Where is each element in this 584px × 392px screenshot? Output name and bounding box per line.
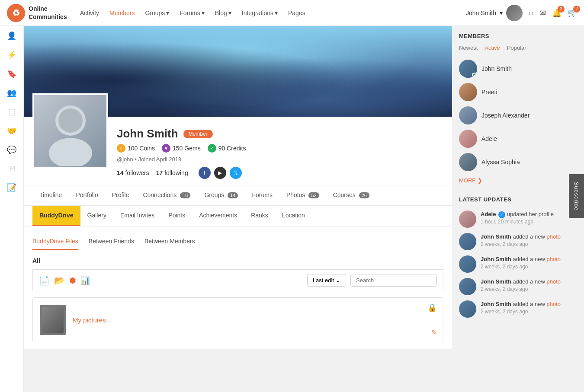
drive-grid-icon[interactable]: ⬢ [69, 276, 76, 285]
subtab-ranks[interactable]: Ranks [244, 206, 275, 226]
gems-stat: ♥ 150 Gems [162, 144, 201, 153]
content-area: John Smith Member ○ 100 Coins ♥ 150 Gems [24, 26, 452, 392]
social-icons: f ▶ 𝕏 [199, 167, 242, 179]
member-name-preeti: Preeti [481, 89, 497, 96]
member-item-joseph[interactable]: Joseph Alexander [459, 104, 562, 127]
member-avatar-adele [459, 130, 477, 148]
sidebar-icon-user-plus[interactable]: 🤝 [7, 126, 16, 136]
subtab-gallery[interactable]: Gallery [80, 206, 113, 226]
member-item-preeti[interactable]: Preeti [459, 80, 562, 104]
drive-tab-members[interactable]: Between Members [144, 233, 195, 250]
profile-avatar-container [32, 93, 108, 169]
drive-toolbar: 📄 📂 ⬢ 📊 Last edit ⌄ [32, 269, 443, 291]
cart-icon[interactable]: 🛒 2 [568, 8, 577, 18]
subtab-location[interactable]: Location [275, 206, 312, 226]
more-link[interactable]: MORE ❯ [459, 177, 562, 184]
drive-all-label: All [32, 257, 443, 264]
drive-sort-button[interactable]: Last edit ⌄ [307, 274, 346, 287]
subtab-achievements[interactable]: Achievements [192, 206, 244, 226]
nav-members[interactable]: Members [109, 10, 135, 16]
update-item-john-4: John Smith added a new photo 2 weeks, 2 … [459, 298, 562, 320]
member-item-alyssa[interactable]: Alyssa Sophia [459, 150, 562, 174]
edit-icon[interactable]: ✎ [431, 328, 437, 337]
sidebar-icon-bookmark[interactable]: 🔖 [7, 69, 16, 79]
subtab-email-invites[interactable]: Email Invites [113, 206, 161, 226]
nav-pages[interactable]: Pages [288, 10, 305, 16]
sidebar-icon-chat-alt[interactable]: 📝 [7, 183, 16, 192]
drive-file-tabs: BuddyDrive Files Between Friends Between… [32, 233, 443, 250]
tab-forums[interactable]: Forums [245, 185, 279, 205]
file-name: My pictures [73, 316, 106, 324]
user-section[interactable]: John Smith ▾ [466, 5, 523, 21]
member-item-john[interactable]: John Smith [459, 57, 562, 80]
tab-groups[interactable]: Groups 14 [197, 185, 245, 205]
cart-badge: 2 [573, 6, 580, 13]
sidebar-icon-monitor[interactable]: 🖥 [8, 164, 16, 173]
subtab-buddydrive[interactable]: BuddyDrive [32, 206, 80, 226]
facebook-icon[interactable]: f [199, 167, 211, 179]
photos-badge: 52 [308, 192, 319, 198]
nav-activity[interactable]: Activity [80, 10, 99, 16]
notifications-badge: 2 [558, 6, 565, 13]
logo-area[interactable]: ♻ OnlineCommunities [7, 4, 67, 22]
verified-badge: ✓ [498, 211, 505, 218]
tab-connections[interactable]: Connections 16 [136, 185, 197, 205]
tab-timeline[interactable]: Timeline [32, 185, 69, 205]
courses-badge: 26 [359, 192, 369, 198]
drive-upload-icon[interactable]: 📄 [39, 275, 50, 286]
user-name: John Smith [466, 10, 496, 16]
search-icon[interactable]: ⌕ [529, 8, 533, 17]
update-avatar-adele [459, 210, 476, 228]
sub-tabs: BuddyDrive Gallery Email Invites Points … [24, 206, 452, 226]
svg-point-1 [49, 138, 92, 166]
update-time-2: 2 weeks, 2 days ago [481, 263, 561, 271]
drive-search-input[interactable] [350, 274, 437, 287]
subscribe-button[interactable]: Subscribe [569, 174, 584, 218]
brand-name: OnlineCommunities [29, 5, 67, 20]
members-section-title: MEMBERS [459, 33, 562, 39]
tab-photos[interactable]: Photos 52 [279, 185, 326, 205]
member-item-adele[interactable]: Adele [459, 127, 562, 150]
nav-forums[interactable]: Forums ▾ [180, 10, 204, 16]
sidebar-icon-layout[interactable]: ⬚ [8, 107, 16, 117]
notifications-icon[interactable]: 🔔 2 [552, 8, 562, 18]
profile-avatar [32, 93, 108, 169]
twitter-icon[interactable]: 𝕏 [230, 167, 242, 179]
tab-profile[interactable]: Profile [105, 185, 136, 205]
messages-icon[interactable]: ✉ [539, 8, 546, 18]
user-avatar [506, 5, 523, 21]
file-icon [40, 305, 66, 335]
followers-count: 14 followers [117, 169, 149, 176]
member-avatar-joseph [459, 106, 477, 124]
tab-courses[interactable]: Courses 26 [326, 185, 376, 205]
left-sidebar: 👤 ⚡ 🔖 👥 ⬚ 🤝 💬 🖥 📝 🚹 [0, 26, 24, 392]
member-name-joseph: Joseph Alexander [481, 112, 529, 119]
nav-blog[interactable]: Blog ▾ [215, 10, 231, 16]
dropdown-icon: ▾ [500, 10, 503, 16]
drive-chart-icon[interactable]: 📊 [80, 276, 90, 285]
sidebar-icon-person[interactable]: 👤 [7, 31, 16, 41]
profile-tabs: Timeline Portfolio Profile Connections 1… [24, 185, 452, 206]
nav-links: Activity Members Groups ▾ Forums ▾ Blog … [80, 10, 466, 16]
members-tab-active[interactable]: Active [485, 45, 500, 51]
drive-folder-icon[interactable]: 📂 [54, 275, 65, 286]
tab-portfolio[interactable]: Portfolio [69, 185, 105, 205]
members-tab-popular[interactable]: Popular [507, 45, 526, 51]
member-avatar-preeti [459, 83, 477, 101]
members-tab-newest[interactable]: Newest [459, 45, 478, 51]
nav-groups[interactable]: Groups ▾ [145, 10, 169, 16]
subtab-points[interactable]: Points [161, 206, 192, 226]
drive-tab-friends[interactable]: Between Friends [89, 233, 134, 250]
youtube-icon[interactable]: ▶ [214, 167, 226, 179]
updates-section-title: LATEST UPDATES [459, 196, 562, 203]
drive-tab-files[interactable]: BuddyDrive Files [32, 233, 78, 250]
nav-integrations[interactable]: Integrations ▾ [242, 10, 278, 16]
credits-stat: ✓ 90 Credits [208, 144, 246, 153]
sidebar-icon-activity[interactable]: ⚡ [7, 50, 16, 60]
update-text-adele: Adele ✓ updated her profile 1 hour, 20 m… [481, 210, 554, 228]
profile-name: John Smith [117, 127, 178, 140]
sidebar-icon-chat[interactable]: 💬 [7, 145, 16, 155]
divider [459, 190, 562, 190]
sidebar-icon-group[interactable]: 👥 [7, 88, 16, 98]
member-name-adele: Adele [481, 135, 497, 142]
